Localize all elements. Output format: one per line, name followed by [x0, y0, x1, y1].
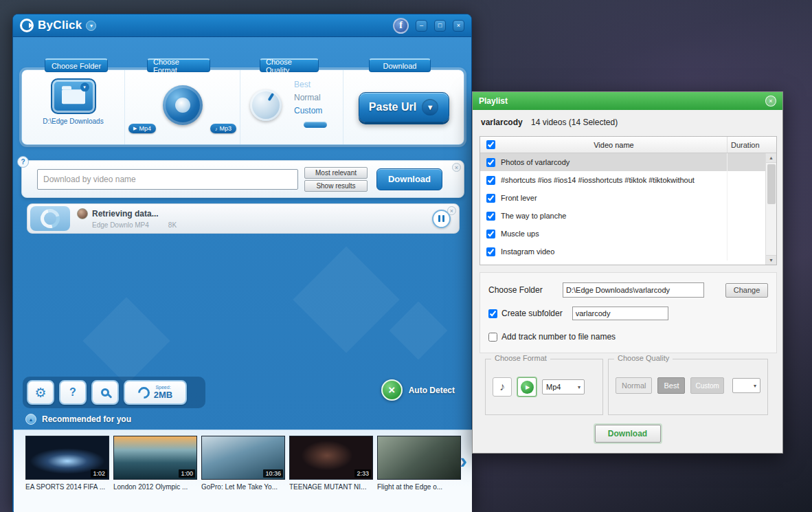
auto-detect-icon: ×	[381, 379, 403, 401]
quality-options: Best Normal Custom	[294, 80, 327, 128]
thumbnail-image[interactable]: 2:33	[289, 436, 373, 480]
title-bar[interactable]: ByClick ▾ f – □ ×	[13, 14, 471, 37]
create-subfolder-label: Create subfolder	[501, 309, 563, 318]
subfolder-name-input[interactable]	[572, 307, 668, 320]
progress-close-icon[interactable]: ×	[447, 206, 456, 215]
playlist-row[interactable]: #shortcuts #ios #ios14 #iosshortcuts #ti…	[480, 171, 776, 189]
app-title: ByClick	[38, 19, 82, 32]
minimize-button[interactable]: –	[416, 20, 427, 32]
row-checkbox[interactable]	[486, 247, 495, 256]
playlist-row[interactable]: Muscle ups	[480, 225, 776, 243]
playlist-title-bar[interactable]: Playlist ×	[473, 92, 782, 110]
table-scrollbar[interactable]: ▲ ▼	[765, 153, 776, 265]
magnifier-icon	[101, 388, 109, 397]
quality-custom-button[interactable]: Custom	[690, 377, 723, 394]
playlist-title: Playlist	[479, 96, 508, 106]
video-thumbnail[interactable]: 2:33 TEENAGE MUTANT NI...	[289, 436, 373, 512]
recommended-header[interactable]: ▲ Recommended for you	[25, 414, 131, 425]
folder-path-input[interactable]	[563, 282, 704, 298]
quality-option-best[interactable]: Best	[294, 80, 327, 89]
search-download-button[interactable]: Download	[376, 168, 442, 190]
maximize-button[interactable]: □	[434, 20, 446, 32]
mp3-option[interactable]: ♪Mp3	[210, 124, 236, 133]
table-header: Video name Duration	[480, 137, 776, 153]
row-checkbox[interactable]	[486, 212, 495, 221]
thumbnail-image[interactable]	[377, 436, 461, 480]
help-button[interactable]: ?	[59, 380, 87, 405]
video-title: Flight at the Edge o...	[377, 480, 461, 491]
choose-folder-button[interactable]	[51, 78, 96, 114]
duration-badge: 1:00	[179, 469, 195, 478]
select-all-checkbox[interactable]	[486, 140, 495, 149]
playlist-row[interactable]: Front lever	[480, 189, 776, 207]
video-format-button[interactable]: ▶	[517, 377, 537, 397]
playlist-summary: varlarcody 14 videos (14 Selected)	[473, 110, 782, 127]
playlist-download-button[interactable]: Download	[595, 425, 661, 443]
audio-format-button[interactable]: ♪	[493, 377, 512, 397]
auto-detect-toggle[interactable]: × Auto Detect	[381, 379, 455, 401]
quality-knob-icon[interactable]	[250, 89, 282, 121]
settings-button[interactable]: ⚙	[27, 380, 54, 405]
row-duration	[727, 225, 765, 243]
row-video-name: The way to planche	[501, 212, 727, 220]
most-relevant-button[interactable]: Most relevant	[304, 167, 368, 179]
change-folder-button[interactable]: Change	[725, 283, 768, 298]
paste-url-button[interactable]: Paste Url ▼	[359, 92, 449, 122]
search-close-icon[interactable]: ×	[452, 163, 461, 172]
row-checkbox[interactable]	[486, 176, 495, 185]
create-subfolder-option[interactable]: Create subfolder	[488, 309, 563, 318]
tab-choose-folder[interactable]: Choose Folder	[45, 58, 108, 72]
track-number-checkbox[interactable]	[488, 333, 497, 342]
speed-button[interactable]: Speed: 2MB	[124, 380, 187, 405]
folder-options-panel: Choose Folder Change Create subfolder Ad…	[480, 272, 777, 353]
search-input[interactable]	[37, 169, 298, 190]
recommended-title: Recommended for you	[42, 414, 131, 424]
row-checkbox[interactable]	[486, 194, 495, 203]
thumbnail-image[interactable]: 1:02	[25, 436, 109, 480]
tab-download[interactable]: Download	[369, 58, 431, 72]
collapse-up-icon[interactable]: ▲	[25, 414, 36, 425]
track-number-label: Add track number to file names	[501, 332, 616, 342]
playlist-info: 14 videos (14 Selected)	[531, 118, 618, 127]
quality-select[interactable]: ▾	[732, 378, 760, 393]
tab-choose-quality[interactable]: Choose Quality	[260, 58, 319, 72]
row-checkbox[interactable]	[486, 158, 495, 167]
scroll-down-icon[interactable]: ▼	[766, 255, 776, 265]
quality-option-normal[interactable]: Normal	[294, 93, 327, 102]
logo-dropdown-icon[interactable]: ▾	[86, 21, 96, 31]
quality-option-custom[interactable]: Custom	[294, 106, 327, 115]
playlist-row[interactable]: Photos of varlarcody	[480, 153, 776, 171]
play-icon: ▶	[133, 126, 137, 131]
row-video-name: #shortcuts #ios #ios14 #iosshortcuts #ti…	[501, 176, 727, 184]
mp4-option[interactable]: ▶Mp4	[128, 124, 156, 133]
facebook-icon[interactable]: f	[393, 18, 409, 34]
scroll-up-icon[interactable]: ▲	[766, 153, 776, 163]
next-arrow-icon[interactable]: ›	[460, 449, 467, 471]
create-subfolder-checkbox[interactable]	[488, 309, 497, 318]
video-thumbnail[interactable]: 1:02 EA SPORTS 2014 FIFA ...	[25, 436, 109, 512]
column-duration[interactable]: Duration	[727, 137, 765, 153]
thumbnail-image[interactable]: 10:36	[201, 436, 285, 480]
help-icon[interactable]: ?	[17, 156, 29, 168]
quality-best-button[interactable]: Best	[657, 377, 685, 394]
playlist-close-button[interactable]: ×	[765, 96, 776, 107]
video-thumbnail[interactable]: 1:00 London 2012 Olympic ...	[113, 436, 197, 512]
format-select[interactable]: Mp4 ▾	[542, 379, 585, 394]
tab-choose-format[interactable]: Choose Format	[147, 58, 210, 72]
column-video-name[interactable]: Video name	[501, 141, 727, 149]
playlist-row[interactable]: Instagram video	[480, 243, 776, 260]
show-results-button[interactable]: Show results	[304, 180, 368, 192]
playlist-row[interactable]: The way to planche	[480, 207, 776, 225]
quality-normal-button[interactable]: Normal	[616, 377, 652, 394]
quality-slider[interactable]	[304, 122, 327, 128]
video-thumbnail[interactable]: 10:36 GoPro: Let Me Take Yo...	[201, 436, 285, 512]
music-note-icon: ♪	[499, 381, 505, 393]
video-thumbnail[interactable]: Flight at the Edge o...	[377, 436, 461, 512]
row-checkbox[interactable]	[486, 230, 495, 238]
close-button[interactable]: ×	[453, 20, 464, 32]
track-number-option[interactable]: Add track number to file names	[488, 332, 616, 342]
search-tool-button[interactable]	[91, 380, 119, 405]
thumbnail-image[interactable]: 1:00	[113, 436, 197, 480]
format-dial-icon[interactable]	[163, 85, 203, 125]
scrollbar-thumb[interactable]	[767, 164, 776, 204]
